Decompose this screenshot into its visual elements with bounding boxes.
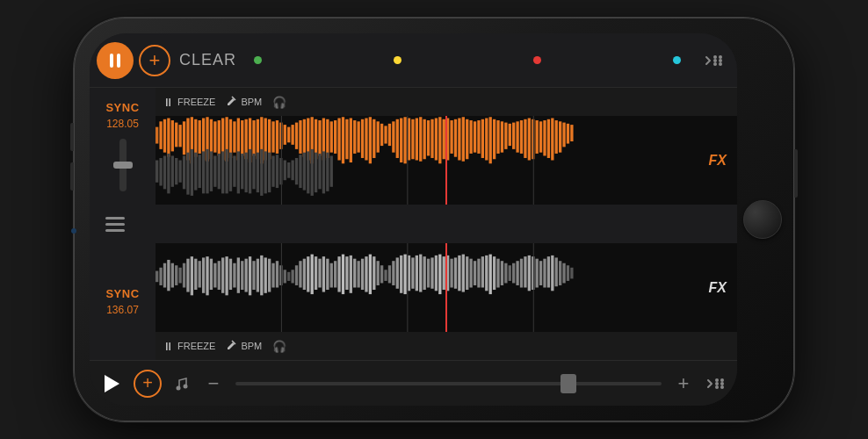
svg-rect-166 <box>163 263 166 288</box>
clear-label[interactable]: CLEAR <box>179 51 236 69</box>
deck1-headphone-btn[interactable]: 🎧 <box>272 96 286 109</box>
svg-rect-261 <box>532 256 534 290</box>
svg-rect-10 <box>167 119 170 157</box>
minus-button[interactable]: − <box>202 372 225 395</box>
svg-rect-63 <box>373 119 375 158</box>
music-note-icon <box>174 376 190 392</box>
svg-rect-252 <box>496 259 499 288</box>
deck2-headphone-btn[interactable]: 🎧 <box>272 340 286 353</box>
svg-rect-214 <box>350 255 352 293</box>
svg-rect-145 <box>271 155 274 186</box>
play-icon <box>105 375 119 392</box>
svg-rect-224 <box>388 265 391 283</box>
svg-rect-184 <box>233 263 235 288</box>
home-button[interactable] <box>743 200 782 239</box>
svg-rect-171 <box>183 263 185 288</box>
deck2-fx-label[interactable]: FX <box>709 280 727 296</box>
svg-rect-200 <box>295 265 298 285</box>
svg-rect-179 <box>213 263 216 288</box>
svg-point-2 <box>713 59 717 62</box>
svg-rect-267 <box>555 257 558 286</box>
deck1-sync-label[interactable]: SYNC <box>105 101 139 114</box>
svg-rect-106 <box>539 121 542 152</box>
grid-menu-bottom-icon <box>706 377 726 391</box>
svg-rect-136 <box>237 151 240 193</box>
play-button[interactable] <box>97 369 127 399</box>
plus-button[interactable]: + <box>672 372 695 395</box>
svg-rect-146 <box>276 155 278 188</box>
svg-rect-183 <box>229 259 232 290</box>
svg-rect-7 <box>156 127 158 144</box>
hamburger-menu[interactable] <box>105 217 125 232</box>
svg-rect-125 <box>194 153 197 191</box>
pause-button[interactable] <box>97 42 134 79</box>
svg-rect-57 <box>350 119 352 163</box>
svg-rect-112 <box>562 123 565 148</box>
svg-rect-65 <box>380 124 383 146</box>
svg-rect-212 <box>342 255 344 294</box>
svg-rect-96 <box>501 121 503 152</box>
svg-rect-12 <box>175 123 177 148</box>
deck1-pitch-thumb <box>113 162 133 169</box>
deck1-freeze-btn[interactable]: ⏸ FREEZE <box>163 96 215 109</box>
deck1-pitch-slider[interactable] <box>119 139 127 191</box>
svg-rect-98 <box>509 124 511 146</box>
svg-rect-198 <box>287 272 290 281</box>
svg-rect-245 <box>469 259 472 288</box>
svg-rect-99 <box>512 123 515 149</box>
dot-green <box>254 56 262 64</box>
svg-rect-211 <box>337 256 340 291</box>
svg-rect-269 <box>562 263 565 284</box>
svg-rect-221 <box>377 261 380 285</box>
side-indicator <box>71 228 76 234</box>
deck2-freeze-btn[interactable]: ⏸ FREEZE <box>163 340 215 353</box>
progress-area[interactable] <box>232 361 665 406</box>
svg-rect-126 <box>199 155 201 188</box>
svg-point-280 <box>715 382 719 385</box>
svg-rect-14 <box>183 121 185 155</box>
svg-rect-181 <box>221 257 224 292</box>
svg-rect-130 <box>213 155 216 186</box>
music-note-button[interactable] <box>169 371 195 397</box>
svg-rect-208 <box>326 259 329 290</box>
svg-rect-236 <box>435 255 438 291</box>
svg-rect-124 <box>191 149 193 196</box>
svg-rect-203 <box>307 256 309 291</box>
svg-rect-111 <box>559 121 561 152</box>
deck2-sync-label[interactable]: SYNC <box>105 287 139 300</box>
svg-point-281 <box>720 382 724 385</box>
deck2-waveform[interactable]: FX <box>156 243 737 332</box>
progress-thumb[interactable] <box>561 374 576 393</box>
deck1-bpm-btn[interactable]: BPM <box>226 95 262 109</box>
svg-point-1 <box>719 55 722 59</box>
svg-rect-89 <box>474 121 476 152</box>
add-button-bottom[interactable]: + <box>134 370 162 398</box>
pause-icon <box>110 54 120 68</box>
add-track-button[interactable]: + <box>139 45 170 76</box>
volume-down-button[interactable] <box>70 162 74 191</box>
svg-rect-142 <box>260 149 263 196</box>
grid-menu-button[interactable] <box>698 45 730 76</box>
deck1-fx-label[interactable]: FX <box>709 153 727 169</box>
deck1-controls: ⏸ FREEZE BPM 🎧 <box>156 88 737 116</box>
decks-area: SYNC 128.05 ⏸ FREEZE <box>90 88 737 406</box>
svg-rect-93 <box>489 117 492 163</box>
svg-rect-204 <box>311 255 314 294</box>
power-button[interactable] <box>794 149 798 198</box>
dot-red <box>533 56 541 64</box>
grid-menu-bottom[interactable] <box>702 370 730 398</box>
svg-rect-114 <box>570 125 573 141</box>
svg-rect-131 <box>218 154 221 189</box>
deck2-bpm-btn[interactable]: BPM <box>226 339 262 353</box>
deck1-waveform[interactable]: FX <box>156 116 737 205</box>
svg-rect-119 <box>171 155 174 186</box>
svg-rect-201 <box>299 261 301 287</box>
svg-rect-150 <box>291 161 293 181</box>
svg-rect-222 <box>380 265 383 283</box>
svg-rect-168 <box>171 263 174 288</box>
svg-rect-216 <box>357 261 359 287</box>
volume-up-button[interactable] <box>70 123 74 151</box>
svg-rect-116 <box>159 158 162 186</box>
svg-rect-138 <box>245 153 248 192</box>
svg-rect-157 <box>318 154 321 189</box>
